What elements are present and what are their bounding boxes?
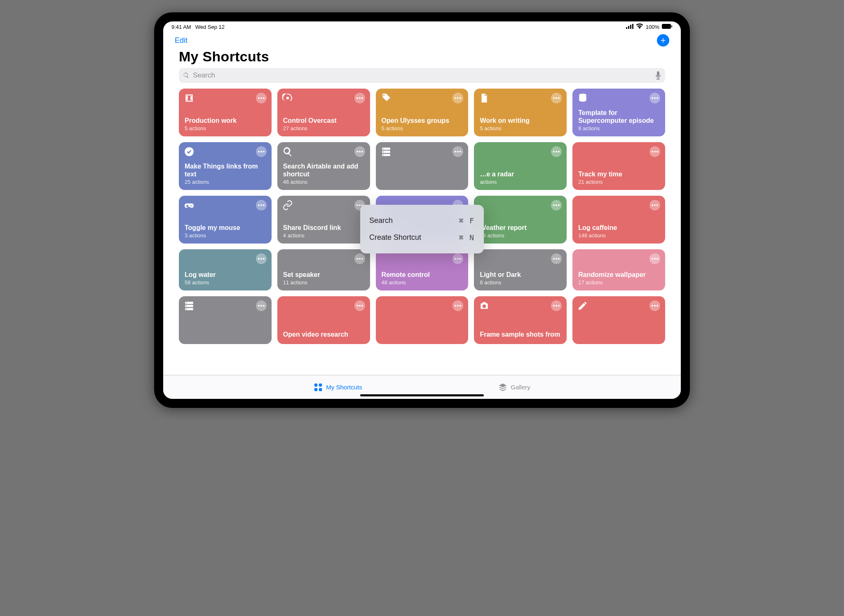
card-more-button[interactable] [354, 146, 365, 157]
tab-label: My Shortcuts [326, 384, 362, 391]
card-more-button[interactable] [452, 93, 463, 103]
card-title: Weather report [480, 224, 561, 232]
card-more-button[interactable] [256, 93, 267, 103]
shortcut-card[interactable]: Light or Dark6 actions [474, 249, 567, 290]
card-subtitle: 148 actions [578, 232, 659, 239]
add-shortcut-button[interactable] [657, 34, 669, 47]
shortcut-card[interactable]: Open Ulysses groups5 actions [376, 89, 469, 136]
card-subtitle: 21 actions [578, 179, 659, 185]
shortcut-card[interactable]: Search Airtable and add shortcut46 actio… [277, 142, 370, 190]
shortcut-card[interactable]: Work on writing5 actions [474, 89, 567, 136]
shortcut-card[interactable]: Weather report19 actions [474, 196, 567, 244]
card-more-button[interactable] [452, 253, 463, 264]
card-title: Share Discord link [283, 224, 364, 232]
tab-bar: My Shortcuts Gallery [163, 375, 681, 399]
popup-keys: ⌘ F [459, 216, 475, 225]
card-more-button[interactable] [649, 200, 660, 211]
home-indicator[interactable] [360, 394, 484, 396]
card-more-button[interactable] [551, 300, 562, 311]
svg-rect-7 [319, 383, 322, 386]
card-more-button[interactable] [649, 146, 660, 157]
shortcut-card[interactable]: …e a radaractions [474, 142, 567, 190]
tab-gallery[interactable]: Gallery [498, 383, 530, 392]
popup-row-search[interactable]: Search ⌘ F [369, 212, 475, 229]
server-icon [381, 146, 392, 157]
card-title: Work on writing [480, 117, 561, 124]
card-subtitle: 5 actions [185, 125, 266, 131]
card-subtitle: 19 actions [480, 232, 561, 239]
card-title: Log caffeine [578, 224, 659, 232]
card-more-button[interactable] [256, 200, 267, 211]
card-more-button[interactable] [551, 253, 562, 264]
cellular-icon [626, 24, 633, 30]
nav-bar: Edit [163, 32, 681, 49]
card-more-button[interactable] [354, 253, 365, 264]
shortcut-card[interactable]: Control Overcast27 actions [277, 89, 370, 136]
card-title: Toggle my mouse [185, 224, 266, 232]
battery-icon [662, 24, 673, 30]
plus-icon [659, 37, 667, 44]
search-input[interactable] [193, 71, 652, 80]
svg-rect-4 [662, 24, 671, 29]
svg-rect-2 [630, 25, 631, 29]
shortcuts-grid-wrapper: Production work5 actionsControl Overcast… [163, 89, 681, 375]
shortcut-card[interactable] [572, 296, 665, 344]
tab-my-shortcuts[interactable]: My Shortcuts [314, 383, 362, 392]
card-more-button[interactable] [452, 146, 463, 157]
card-more-button[interactable] [256, 146, 267, 157]
shortcut-card[interactable]: Template for Supercomputer episode8 acti… [572, 89, 665, 136]
shortcut-card[interactable] [376, 142, 469, 190]
card-subtitle: 25 actions [185, 179, 266, 185]
popup-row-create[interactable]: Create Shortcut ⌘ N [369, 229, 475, 246]
card-more-button[interactable] [256, 300, 267, 311]
shortcut-card[interactable]: Open video research [277, 296, 370, 344]
keyboard-shortcuts-popup: Search ⌘ F Create Shortcut ⌘ N [360, 205, 484, 253]
microphone-icon[interactable] [655, 71, 661, 80]
card-more-button[interactable] [649, 253, 660, 264]
card-more-button[interactable] [256, 253, 267, 264]
shortcut-card[interactable]: Randomize wallpaper17 actions [572, 249, 665, 290]
card-title: Frame sample shots from [480, 330, 561, 338]
status-date: Wed Sep 12 [195, 24, 225, 30]
shortcut-card[interactable]: Toggle my mouse3 actions [179, 196, 272, 244]
card-subtitle: 3 actions [185, 232, 266, 239]
tab-label: Gallery [511, 384, 530, 391]
card-more-button[interactable] [649, 300, 660, 311]
shortcut-card[interactable]: Share Discord link4 actions [277, 196, 370, 244]
card-subtitle: 17 actions [578, 279, 659, 286]
wifi-icon [636, 23, 643, 30]
card-more-button[interactable] [551, 200, 562, 211]
card-more-button[interactable] [551, 93, 562, 103]
card-subtitle: 5 actions [382, 125, 463, 131]
shortcut-card[interactable] [179, 296, 272, 344]
film-icon [184, 93, 195, 103]
card-more-button[interactable] [649, 93, 660, 103]
card-more-button[interactable] [551, 146, 562, 157]
card-subtitle: 58 actions [185, 279, 266, 286]
card-subtitle: 27 actions [283, 125, 364, 131]
shortcut-card[interactable]: Frame sample shots from [474, 296, 567, 344]
card-title: Make Things links from text [185, 162, 266, 178]
card-more-button[interactable] [452, 300, 463, 311]
shortcut-card[interactable]: Track my time21 actions [572, 142, 665, 190]
stack-icon [577, 93, 588, 103]
card-more-button[interactable] [354, 93, 365, 103]
edit-button[interactable]: Edit [175, 36, 188, 45]
shortcut-card[interactable]: Make Things links from text25 actions [179, 142, 272, 190]
shortcut-card[interactable]: Log water58 actions [179, 249, 272, 290]
pencil-icon [577, 300, 588, 311]
shortcut-card[interactable]: Production work5 actions [179, 89, 272, 136]
shortcut-card[interactable]: Set speaker11 actions [277, 249, 370, 290]
card-subtitle: 4 actions [283, 232, 364, 239]
shortcut-card[interactable] [376, 296, 469, 344]
card-title: Control Overcast [283, 117, 364, 124]
podcast-icon [282, 93, 293, 103]
card-title: Randomize wallpaper [578, 271, 659, 279]
shortcut-card[interactable]: Remote control48 actions [376, 249, 469, 290]
grid-icon [314, 383, 323, 392]
search-bar[interactable] [179, 68, 665, 83]
card-more-button[interactable] [354, 300, 365, 311]
shortcut-card[interactable]: Log caffeine148 actions [572, 196, 665, 244]
status-bar: 9:41 AM Wed Sep 12 100% [163, 21, 681, 32]
card-subtitle: 46 actions [283, 179, 364, 185]
